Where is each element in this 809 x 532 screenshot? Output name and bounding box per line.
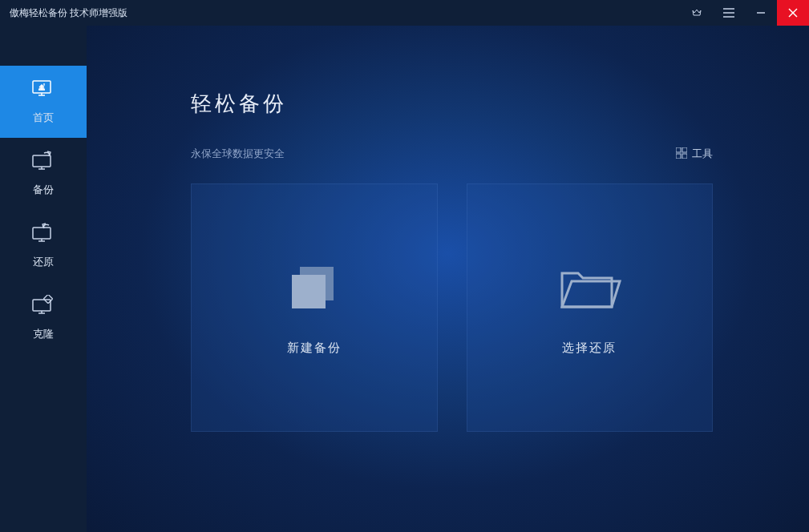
svg-rect-21 [676,154,681,159]
sidebar-item-clone[interactable]: 克隆 [0,282,87,354]
sidebar-item-restore[interactable]: 还原 [0,210,87,282]
svg-rect-20 [682,147,687,152]
home-icon [31,79,55,103]
sidebar-item-label: 首页 [33,111,54,125]
tools-button[interactable]: 工具 [676,147,713,161]
clone-icon [31,295,55,319]
grid-icon [676,147,687,161]
sidebar-item-backup[interactable]: 备份 [0,138,87,210]
close-button[interactable] [777,0,809,26]
new-backup-icon [282,260,346,316]
main-content: 轻松备份 永保全球数据更安全 工具 [87,26,809,532]
titlebar: 傲梅轻松备份 技术师增强版 [0,0,809,26]
folder-icon [557,260,621,316]
svg-rect-15 [33,300,51,311]
window-title: 傲梅轻松备份 技术师增强版 [10,6,127,20]
menu-button[interactable] [713,0,745,26]
card-label: 新建备份 [287,341,342,356]
crown-icon [691,7,702,18]
crown-button[interactable] [681,0,713,26]
sidebar-item-label: 还原 [33,255,54,269]
minimize-icon [756,8,766,18]
titlebar-controls [681,0,809,26]
sidebar: 首页 备份 [0,26,87,532]
menu-icon [723,8,734,18]
svg-rect-9 [33,155,51,167]
page-title: 轻松备份 [191,90,713,118]
sidebar-item-home[interactable]: 首页 [0,66,87,138]
svg-rect-24 [292,275,326,308]
select-restore-card[interactable]: 选择还原 [467,183,714,432]
new-backup-card[interactable]: 新建备份 [191,183,438,432]
card-label: 选择还原 [562,341,617,356]
restore-icon [31,223,55,247]
tools-label: 工具 [692,147,713,161]
svg-rect-12 [33,228,51,239]
backup-icon [31,151,55,175]
svg-rect-22 [682,154,687,159]
svg-rect-19 [676,147,681,152]
sidebar-item-label: 备份 [33,183,54,197]
page-subtitle: 永保全球数据更安全 [191,147,285,161]
minimize-button[interactable] [745,0,777,26]
sidebar-item-label: 克隆 [33,327,54,341]
close-icon [788,8,798,18]
